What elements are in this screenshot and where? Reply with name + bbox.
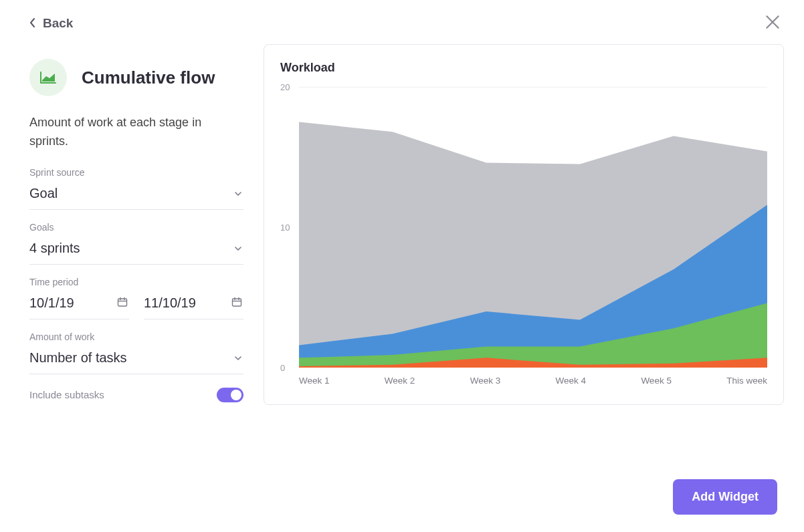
include-subtasks-toggle[interactable] [217, 388, 243, 402]
chevron-down-icon [234, 350, 242, 366]
goals-select[interactable]: 4 sprints [29, 238, 243, 265]
chart-x-labels: Week 1Week 2Week 3Week 4Week 5This week [299, 376, 767, 386]
chart-x-tick: This week [726, 376, 767, 386]
date-from-input[interactable]: 10/1/19 [29, 293, 129, 319]
add-widget-button[interactable]: Add Widget [673, 479, 777, 515]
back-button[interactable]: Back [29, 16, 73, 31]
chevron-left-icon [29, 16, 36, 31]
svg-rect-0 [118, 299, 127, 306]
chart-x-tick: Week 1 [299, 376, 330, 386]
cumulative-flow-icon [29, 59, 67, 96]
svg-rect-1 [233, 299, 241, 306]
amount-of-work-value: Number of tasks [29, 350, 127, 366]
amount-of-work-label: Amount of work [29, 331, 243, 342]
calendar-icon [231, 295, 242, 311]
chart-y-tick: 10 [280, 223, 290, 233]
back-label: Back [43, 16, 73, 31]
calendar-icon [117, 295, 128, 311]
chevron-down-icon [234, 241, 242, 256]
config-panel: Cumulative flow Amount of work at each s… [29, 44, 243, 405]
chart-x-tick: Week 3 [470, 376, 501, 386]
chart-y-tick: 20 [280, 82, 290, 92]
time-period-label: Time period [29, 277, 243, 287]
goals-label: Goals [29, 222, 243, 233]
chart-x-tick: Week 2 [385, 376, 415, 386]
chart-card: Workload 01020 Week 1Week 2Week 3Week 4W… [264, 44, 784, 405]
sprint-source-select[interactable]: Goal [29, 183, 243, 210]
chart-x-tick: Week 4 [556, 376, 587, 386]
close-icon [764, 21, 781, 33]
date-from-value: 10/1/19 [29, 295, 74, 311]
page-description: Amount of work at each stage in sprints. [29, 114, 243, 151]
add-widget-label: Add Widget [692, 490, 759, 503]
goals-value: 4 sprints [29, 241, 80, 256]
chevron-down-icon [234, 186, 242, 201]
chart-x-tick: Week 5 [641, 376, 672, 386]
amount-of-work-select[interactable]: Number of tasks [29, 348, 243, 374]
sprint-source-label: Sprint source [29, 167, 243, 178]
chart-y-tick: 0 [280, 363, 285, 373]
chart-title: Workload [280, 61, 767, 75]
chart-area: 01020 [280, 87, 767, 368]
close-button[interactable] [764, 13, 781, 33]
date-to-input[interactable]: 11/10/19 [144, 293, 243, 319]
date-to-value: 11/10/19 [144, 295, 196, 311]
include-subtasks-label: Include subtasks [29, 389, 104, 400]
page-title: Cumulative flow [82, 68, 215, 88]
sprint-source-value: Goal [29, 186, 58, 201]
